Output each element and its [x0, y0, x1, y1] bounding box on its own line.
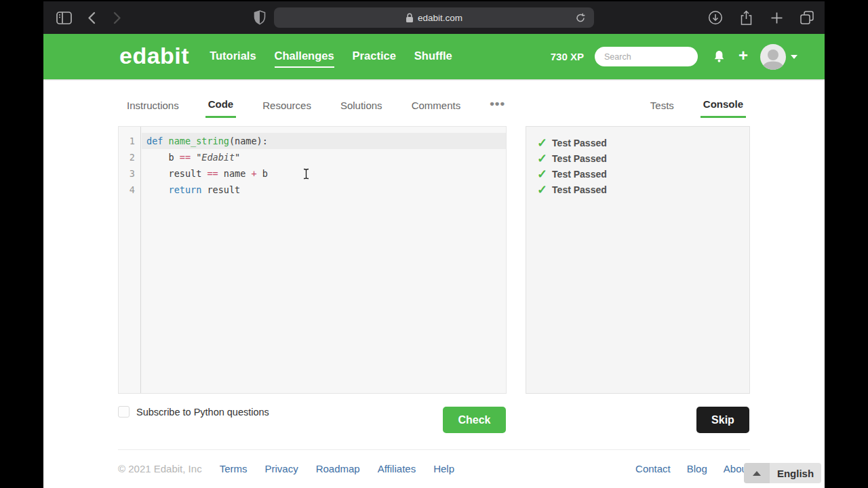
console-panel: ✓Test Passed✓Test Passed✓Test Passed✓Tes…: [526, 126, 750, 394]
back-icon[interactable]: [83, 1, 100, 34]
check-button[interactable]: Check: [443, 407, 506, 433]
sidebar-toggle-icon[interactable]: [54, 1, 73, 34]
account-caret-icon[interactable]: [791, 55, 797, 59]
footer-link-contact[interactable]: Contact: [635, 463, 671, 474]
reload-icon[interactable]: [572, 9, 589, 26]
line-number: 1: [119, 133, 140, 149]
tab-solutions[interactable]: Solutions: [338, 91, 385, 117]
tab-console[interactable]: Console: [701, 89, 746, 118]
test-result-row: ✓Test Passed: [537, 167, 749, 182]
avatar[interactable]: [760, 44, 786, 70]
language-selector[interactable]: English: [744, 463, 821, 483]
check-mark-icon: ✓: [537, 151, 547, 167]
new-tab-icon[interactable]: [768, 9, 785, 26]
check-mark-icon: ✓: [537, 136, 547, 151]
footer: © 2021 Edabit, Inc TermsPrivacyRoadmapAf…: [118, 450, 750, 474]
main-nav: TutorialsChallengesPracticeShuffle: [210, 45, 452, 68]
edabit-logo[interactable]: edabit: [119, 44, 189, 67]
test-result-label: Test Passed: [552, 151, 607, 167]
test-result-row: ✓Test Passed: [537, 136, 749, 151]
test-result-label: Test Passed: [552, 182, 607, 198]
test-result-label: Test Passed: [552, 167, 607, 182]
lock-icon: [406, 13, 414, 23]
copyright-text: © 2021 Edabit, Inc: [118, 463, 202, 474]
search-input[interactable]: [595, 47, 698, 66]
tab-code[interactable]: Code: [205, 89, 237, 118]
nav-item-shuffle[interactable]: Shuffle: [414, 45, 452, 68]
forward-icon[interactable]: [108, 1, 126, 34]
test-result-row: ✓Test Passed: [537, 151, 749, 167]
footer-link-affiliates[interactable]: Affiliates: [378, 463, 416, 474]
nav-item-tutorials[interactable]: Tutorials: [210, 45, 256, 68]
footer-link-roadmap[interactable]: Roadmap: [316, 463, 360, 474]
site-navbar: edabit TutorialsChallengesPracticeShuffl…: [43, 34, 825, 79]
line-number-gutter: 1234: [119, 127, 141, 393]
browser-window: edabit.com edabit TutorialsChallengesPra…: [43, 1, 825, 488]
url-bar[interactable]: edabit.com: [274, 7, 594, 28]
privacy-shield-icon[interactable]: [251, 1, 269, 34]
footer-link-help[interactable]: Help: [433, 463, 454, 474]
language-expand-button[interactable]: [744, 463, 770, 483]
language-label[interactable]: English: [770, 463, 821, 483]
skip-button[interactable]: Skip: [696, 407, 749, 433]
nav-item-practice[interactable]: Practice: [353, 45, 396, 68]
notifications-bell-icon[interactable]: [713, 49, 726, 64]
footer-link-terms[interactable]: Terms: [220, 463, 248, 474]
add-challenge-icon[interactable]: +: [738, 47, 748, 64]
line-number: 3: [119, 165, 140, 182]
caret-up-icon: [753, 471, 761, 476]
tab-resources[interactable]: Resources: [260, 91, 314, 117]
tab-more-icon[interactable]: •••: [487, 87, 508, 120]
check-mark-icon: ✓: [537, 182, 547, 198]
share-icon[interactable]: [738, 9, 754, 26]
tab-comments[interactable]: Comments: [409, 91, 464, 117]
check-mark-icon: ✓: [537, 167, 547, 182]
xp-counter[interactable]: 730 XP: [551, 51, 584, 62]
line-number: 4: [119, 182, 140, 198]
code-line-1[interactable]: def name_string(name):: [142, 133, 506, 149]
subscribe-checkbox[interactable]: [118, 406, 130, 418]
tab-overview-icon[interactable]: [799, 9, 815, 26]
nav-item-challenges[interactable]: Challenges: [275, 45, 334, 68]
test-result-label: Test Passed: [552, 136, 607, 151]
subscribe-checkbox-row[interactable]: Subscribe to Python questions: [118, 406, 269, 418]
footer-link-blog[interactable]: Blog: [687, 463, 707, 474]
code-line-3[interactable]: result == name + b: [142, 165, 506, 182]
text-cursor-icon: [302, 168, 310, 182]
panel-tabs: InstructionsCodeResourcesSolutionsCommen…: [118, 79, 750, 123]
tab-tests[interactable]: Tests: [648, 91, 677, 117]
browser-toolbar: edabit.com: [43, 1, 825, 34]
line-number: 2: [119, 149, 140, 165]
subscribe-label: Subscribe to Python questions: [136, 407, 269, 418]
tab-instructions[interactable]: Instructions: [124, 91, 182, 117]
code-editor[interactable]: 1234 def name_string(name): b == "Edabit…: [118, 126, 507, 394]
test-result-row: ✓Test Passed: [537, 182, 749, 198]
code-line-2[interactable]: b == "Edabit": [142, 149, 506, 165]
downloads-icon[interactable]: [707, 9, 724, 26]
code-line-4[interactable]: return result: [142, 182, 506, 198]
footer-link-privacy[interactable]: Privacy: [264, 463, 298, 474]
url-text: edabit.com: [418, 13, 462, 23]
